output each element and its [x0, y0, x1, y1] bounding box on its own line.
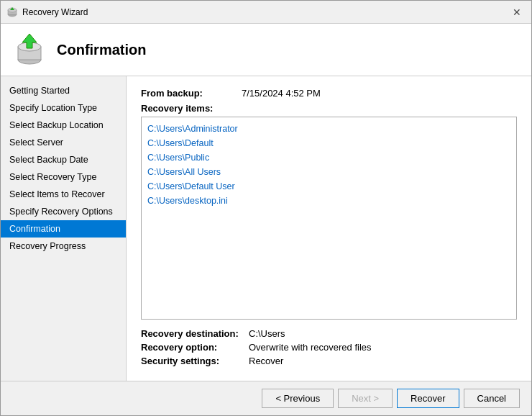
previous-button[interactable]: < Previous	[262, 389, 334, 408]
recovery-option-row: Recovery option: Overwrite with recovere…	[141, 342, 517, 353]
sidebar-item-getting-started[interactable]: Getting Started	[1, 82, 126, 99]
recovery-item-0: C:\Users\Administrator	[147, 122, 510, 136]
recovery-item-5: C:\Users\desktop.ini	[147, 194, 510, 208]
security-settings-value: Recover	[249, 356, 283, 366]
sidebar-item-select-recovery-type[interactable]: Select Recovery Type	[1, 168, 126, 186]
sidebar-item-recovery-progress[interactable]: Recovery Progress	[1, 238, 126, 255]
recover-button[interactable]: Recover	[397, 389, 459, 408]
recovery-option-value: Overwrite with recovered files	[249, 342, 372, 353]
footer-info: Recovery destination: C:\Users Recovery …	[141, 328, 517, 369]
sidebar-item-select-backup-date[interactable]: Select Backup Date	[1, 151, 126, 168]
recovery-item-2: C:\Users\Public	[147, 150, 510, 165]
cancel-button[interactable]: Cancel	[464, 389, 520, 408]
recovery-destination-value: C:\Users	[249, 328, 285, 339]
next-button[interactable]: Next >	[338, 389, 393, 408]
sidebar-item-select-server[interactable]: Select Server	[1, 134, 126, 151]
header-area: Confirmation	[1, 24, 531, 76]
from-backup-label: From backup:	[141, 88, 242, 99]
recovery-wizard-window: Recovery Wizard ✕ Confirmation Getting S…	[0, 0, 532, 416]
sidebar-item-select-items-to-recover[interactable]: Select Items to Recover	[1, 186, 126, 203]
recovery-item-1: C:\Users\Default	[147, 136, 510, 150]
content-area: Getting Started Specify Location Type Se…	[1, 76, 531, 381]
app-icon	[6, 6, 18, 18]
main-panel: From backup: 7/15/2024 4:52 PM Recovery …	[127, 76, 531, 381]
recovery-destination-label: Recovery destination:	[141, 328, 249, 339]
from-backup-row: From backup: 7/15/2024 4:52 PM	[141, 88, 517, 99]
close-button[interactable]: ✕	[508, 4, 526, 21]
security-settings-row: Security settings: Recover	[141, 356, 517, 366]
recovery-item-3: C:\Users\All Users	[147, 165, 510, 179]
sidebar-item-confirmation[interactable]: Confirmation	[1, 220, 126, 238]
recovery-destination-row: Recovery destination: C:\Users	[141, 328, 517, 339]
sidebar: Getting Started Specify Location Type Se…	[1, 76, 127, 381]
recovery-items-label: Recovery items:	[141, 103, 517, 114]
button-bar: < Previous Next > Recover Cancel	[1, 381, 531, 415]
from-backup-value: 7/15/2024 4:52 PM	[242, 88, 321, 99]
title-bar: Recovery Wizard ✕	[1, 1, 531, 24]
security-settings-label: Security settings:	[141, 356, 249, 366]
sidebar-item-select-backup-location[interactable]: Select Backup Location	[1, 117, 126, 134]
title-bar-text: Recovery Wizard	[22, 7, 508, 17]
page-title: Confirmation	[57, 42, 146, 58]
sidebar-item-specify-recovery-options[interactable]: Specify Recovery Options	[1, 203, 126, 220]
sidebar-item-specify-location-type[interactable]: Specify Location Type	[1, 99, 126, 117]
recovery-option-label: Recovery option:	[141, 342, 249, 353]
recovery-items-box: C:\Users\Administrator C:\Users\Default …	[141, 117, 517, 320]
header-icon	[12, 32, 47, 67]
recovery-item-4: C:\Users\Default User	[147, 179, 510, 194]
